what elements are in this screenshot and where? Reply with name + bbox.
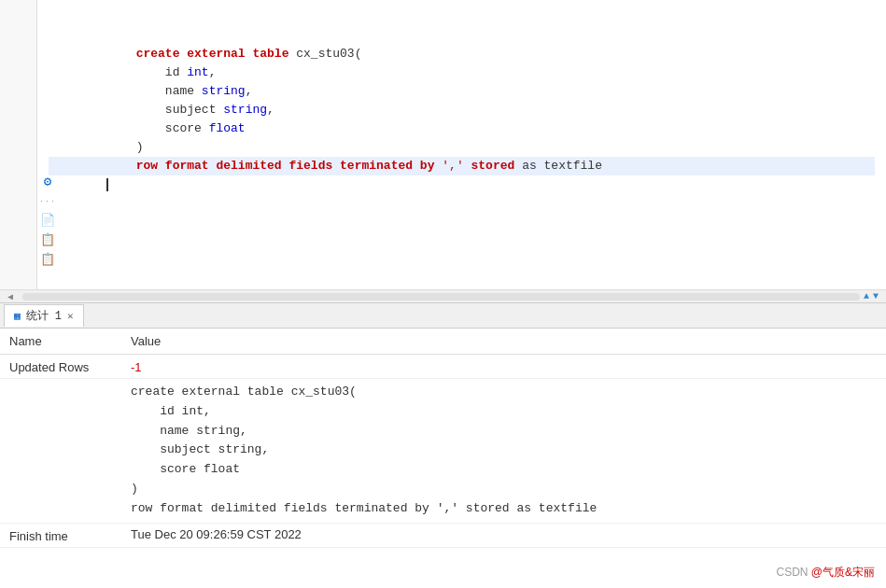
scrollbar-track[interactable] xyxy=(22,293,860,301)
result-value-cell: -1 xyxy=(121,355,886,379)
file-error-icon[interactable]: 📋 xyxy=(39,231,56,248)
scroll-up-arrow[interactable]: ▲ xyxy=(864,291,869,301)
text-cursor xyxy=(106,178,108,191)
col-header-value: Value xyxy=(121,329,886,355)
col-header-name: Name xyxy=(0,329,121,355)
results-table: Name Value Updated Rows -1 create extern… xyxy=(0,329,886,548)
code-line xyxy=(49,7,875,26)
settings-icon[interactable]: ⚙ xyxy=(39,173,56,189)
result-finish-time: Tue Dec 20 09:26:59 CST 2022 xyxy=(121,523,886,547)
result-name-cell: Finish time xyxy=(0,523,121,547)
watermark: CSDN @气质&宋丽 xyxy=(776,565,875,581)
sql-line: ) xyxy=(131,480,877,499)
tab-statistics[interactable]: ▦ 统计 1 ✕ xyxy=(4,304,84,327)
editor-scrollbar[interactable]: ◀ ▲ ▼ xyxy=(0,289,886,302)
result-name-cell xyxy=(0,379,121,524)
result-sql-cell: create external table cx_stu03( id int, … xyxy=(121,379,886,524)
tab-close-button[interactable]: ✕ xyxy=(67,310,74,322)
watermark-brand: @气质&宋丽 xyxy=(811,566,875,579)
line-numbers xyxy=(0,0,37,289)
tab-label: 统计 1 xyxy=(26,308,62,324)
tab-grid-icon: ▦ xyxy=(14,310,21,322)
code-line xyxy=(49,231,875,250)
table-row: Finish time Tue Dec 20 09:26:59 CST 2022 xyxy=(0,523,886,547)
file-action-icon[interactable]: 📋 xyxy=(39,251,56,268)
scroll-down-arrow[interactable]: ▼ xyxy=(873,291,879,301)
sql-line: id int, xyxy=(131,402,877,422)
sql-line: create external table cx_stu03( xyxy=(131,383,877,402)
sql-line: row format delimited fields terminated b… xyxy=(131,499,877,519)
table-row: create external table cx_stu03( id int, … xyxy=(0,379,886,524)
code-line xyxy=(49,213,875,231)
result-name-cell: Updated Rows xyxy=(0,355,121,379)
code-line: create external table cx_stu03( xyxy=(49,26,875,45)
code-line: row format delimited fields terminated b… xyxy=(49,138,875,157)
sql-line: name string, xyxy=(131,422,877,441)
dots-icon: ··· xyxy=(39,192,56,209)
sql-line: subject string, xyxy=(131,441,877,460)
editor-panel: create external table cx_stu03( id int, … xyxy=(0,0,886,289)
table-row: Updated Rows -1 xyxy=(0,355,886,379)
code-line xyxy=(49,269,875,287)
file-icon[interactable]: 📄 xyxy=(39,212,56,229)
updated-rows-value: -1 xyxy=(131,360,142,374)
code-line xyxy=(49,194,875,213)
scroll-left-arrow[interactable]: ◀ xyxy=(7,291,22,302)
code-editor[interactable]: create external table cx_stu03( id int, … xyxy=(37,0,886,289)
tabs-bar: ▦ 统计 1 ✕ xyxy=(0,302,886,329)
code-line xyxy=(49,250,875,269)
results-panel: Name Value Updated Rows -1 create extern… xyxy=(0,329,886,588)
code-line xyxy=(49,175,875,194)
sql-line: score float xyxy=(131,460,877,480)
